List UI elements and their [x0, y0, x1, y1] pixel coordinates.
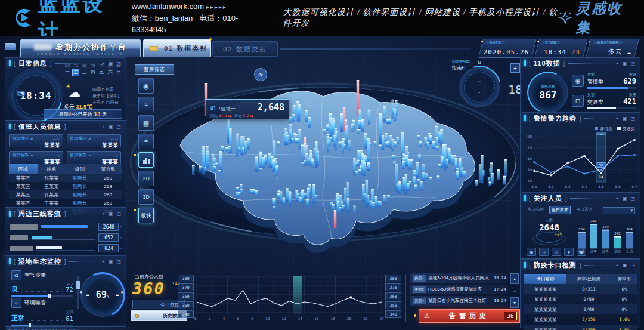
layer-button-camera[interactable]: ◉	[138, 78, 154, 94]
card-mini-icons[interactable]: — ⊙	[52, 153, 60, 158]
camera-icon: ◉	[572, 75, 584, 87]
table-cell: 268	[94, 182, 123, 190]
flow-bar	[41, 225, 88, 228]
signal-icon: ≈	[144, 101, 148, 108]
duty-name: 某某某	[12, 141, 60, 149]
collect-badge[interactable]: 灵感收集	[558, 0, 632, 37]
scroll-up-icon[interactable]: ▲	[510, 273, 519, 284]
card-mini-icons[interactable]: — ⊙	[52, 137, 60, 141]
panel-focus-people: [ 关注人员 ]······ + ▣ ◳ 当日布控当日离开当日进入 人数 264…	[520, 192, 640, 259]
compass: COMPASS 指南针 N ▾ ⌃ ⌄	[453, 61, 506, 113]
chevron-up-icon[interactable]: ⌃	[478, 80, 481, 85]
panel-header-icons[interactable]: + ▣ ◳	[616, 196, 636, 201]
y-axis-label: 380	[385, 275, 401, 282]
alert-row[interactable]: 类型1湿地3-104片区有不明人员闯入18:24	[410, 273, 508, 283]
panel-checkpoints: [ 防疫卡口检测 ]······ + ▣ ◳ 卡口名称异常/已检测异常率某某某某…	[520, 259, 640, 328]
row-close-icon[interactable]: ×	[120, 246, 122, 250]
focus-tab[interactable]: 当日离开	[549, 206, 571, 214]
row-close-icon[interactable]: ×	[120, 236, 122, 239]
panel-header-icons[interactable]: + ▣ ◳	[616, 116, 636, 121]
tab-data-category-2[interactable]: 02 数据类别	[212, 41, 278, 57]
table-header-row: 卡口名称异常/已检测异常率	[524, 274, 637, 284]
office-yaxis-right: 380370360350340	[385, 275, 401, 318]
website-link[interactable]: www.lanlanwork.com	[132, 2, 204, 11]
layer-button-chart[interactable]	[138, 152, 154, 168]
camera-icon[interactable]: ◉	[527, 248, 536, 256]
svg-text:在逃: 在逃	[578, 249, 586, 253]
svg-text:311: 311	[590, 219, 597, 223]
checkpoint-rate: 1.6%	[611, 325, 637, 330]
today-data-button[interactable]: 今日数据	[132, 300, 185, 309]
panel-header-icons[interactable]: + ▣ ◳	[616, 61, 636, 66]
svg-text:涉黄: 涉黄	[602, 249, 609, 254]
censored-label	[10, 246, 33, 251]
checkpoint-detected: 0/89	[566, 304, 611, 314]
panel-title: 湿地生态监控	[18, 257, 61, 266]
cloud-icon: ☁	[627, 48, 631, 55]
panel-header-icons[interactable]: + ▣ ◳	[102, 259, 122, 264]
cloud-icon: ☁	[69, 85, 80, 100]
checkpoint-name: 某某某某某	[524, 284, 566, 294]
panel-header-icons[interactable]: + ▣ ◳	[616, 263, 636, 268]
alert-row[interactable]: 类型2RD13-53烟感报警疑似火灾17:24	[410, 285, 508, 294]
x-axis-label: 14	[298, 316, 302, 320]
layer-button-2d[interactable]: 2D	[138, 171, 154, 186]
time-widget: TIME 18:34 23	[534, 39, 588, 58]
noise-block: ≈ 环境噪音 正常 分贝61	[11, 298, 73, 326]
table-cell: 张某某	[38, 190, 66, 199]
leaf-icon: ♻	[11, 270, 21, 280]
y-axis-label: 370	[385, 283, 401, 291]
layer-button-3d[interactable]: 3D	[138, 189, 154, 205]
tag-icon[interactable]: ◇	[539, 248, 549, 256]
row-close-icon[interactable]: ×	[120, 225, 122, 229]
checkpoint-rate: 0%	[611, 304, 637, 314]
chart-icon	[143, 156, 150, 164]
panel-daily-info: [ 日常信息 ]······ + ▣ ◳ PM 18:34 MO一TU二WE三T…	[5, 57, 126, 121]
gauge-right-arrow[interactable]: ►	[120, 289, 125, 295]
censored-label	[10, 235, 28, 240]
alert-row[interactable]: 类型4某路口有小汽车连闯三个红灯13:24	[410, 296, 508, 306]
target-icon[interactable]: ◎	[552, 248, 561, 256]
range-select[interactable]: ▾	[603, 207, 635, 214]
scroll-down-icon[interactable]: ▼	[510, 297, 519, 308]
list-icon: ≡	[144, 138, 148, 145]
table-cell: 某某区	[9, 199, 38, 207]
weather-value: 多云 ☁	[608, 47, 631, 56]
panel-header-icons[interactable]: + ▣ ◳	[102, 211, 122, 217]
flow-value: 652	[98, 233, 119, 242]
gauge-left-arrow[interactable]: ◄	[78, 289, 83, 295]
office-xaxis: 024681012141618202224	[194, 316, 384, 320]
lanlan-logo-icon	[11, 5, 33, 30]
panel-title: 警情警力趋势	[534, 114, 577, 123]
zoom-in-button[interactable]: +	[510, 63, 520, 73]
layer-button-grid[interactable]: ▦	[138, 115, 154, 131]
map-area: 图层筛选 ◉≈▦≡2D3D板块 ✈ 01 / 区域一 2,648 同比 14.1…	[126, 56, 519, 272]
layer-button-板块[interactable]: 板块	[138, 208, 154, 223]
layer-button-signal[interactable]: ≈	[138, 97, 154, 112]
weekday: TH四	[89, 64, 97, 76]
date-value: 2020.05.26	[484, 48, 529, 56]
duty-name: 某某某	[70, 141, 118, 149]
x-axis-label: 22	[363, 316, 367, 320]
flow-row: 824×	[10, 244, 122, 252]
bus-icon: ⊟	[572, 95, 584, 107]
corner-icon[interactable]	[5, 43, 16, 50]
y-axis-label: 340	[385, 310, 401, 318]
table-header-row: 区域姓名级别警力数	[9, 164, 122, 174]
panel-header-icons[interactable]: + ▣ ◳	[102, 124, 122, 129]
focus-tab[interactable]: 当日布控	[525, 206, 546, 214]
chevron-down-icon[interactable]: ⌄	[478, 90, 481, 94]
alarm-history-button[interactable]: ⚠ 告警历史 36	[419, 309, 520, 323]
y-axis-label: 360	[385, 292, 401, 300]
card-mini-icons[interactable]: — ⊙	[110, 137, 118, 141]
compass-ring[interactable]	[459, 67, 500, 107]
focus-tab[interactable]: 当日进入	[574, 206, 595, 214]
card-mini-icons[interactable]: — ⊙	[110, 153, 118, 158]
x-axis-label: 10	[265, 316, 270, 320]
tab-data-category-1[interactable]: 01 数据类别	[143, 39, 211, 57]
layer-button-list[interactable]: ≡	[138, 134, 154, 149]
date-caption: DATE	[486, 41, 505, 44]
svg-text:30: 30	[527, 168, 532, 172]
person-icon[interactable]: ●	[564, 248, 574, 256]
svg-text:5.3: 5.3	[565, 184, 571, 189]
